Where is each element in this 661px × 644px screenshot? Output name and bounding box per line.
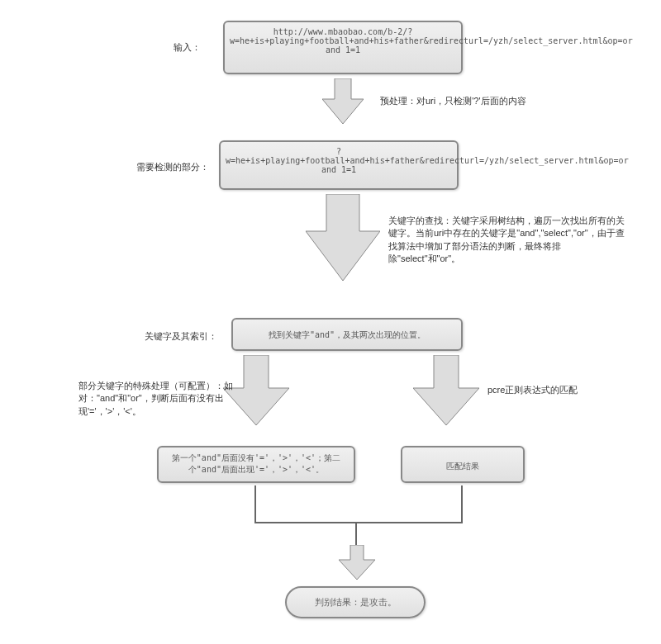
box-detect-text: ?w=he+is+playing+football+and+his+father… (226, 147, 629, 174)
connector-right-v (461, 485, 463, 523)
box-input-text: http://www.mbaobao.com/b-2/?w=he+is+play… (230, 27, 633, 54)
label-special: 部分关键字的特殊处理（可配置）：如对："and"和"or"，判断后面有没有出现'… (78, 380, 244, 418)
label-preprocess: 预处理：对uri，只检测'?'后面的内容 (380, 95, 611, 107)
label-pcre-text: pcre正则表达式的匹配 (487, 385, 578, 395)
label-input-text: 输入： (174, 42, 201, 52)
label-input: 输入： (174, 41, 201, 54)
connector-left-v (254, 485, 256, 523)
box-match-result-text: 匹配结果 (446, 462, 479, 471)
label-special-text: 部分关键字的特殊处理（可配置）：如对："and"和"or"，判断后面有没有出现'… (78, 381, 233, 416)
arrow-down-final (339, 545, 375, 582)
label-detect-text: 需要检测的部分： (136, 162, 209, 172)
connector-center-v (355, 522, 357, 547)
oval-result-text: 判别结果：是攻击。 (315, 597, 397, 607)
box-input: http://www.mbaobao.com/b-2/?w=he+is+play… (223, 21, 463, 74)
label-keyword-search-text: 关键字的查找：关键字采用树结构，遍历一次找出所有的关键字。当前uri中存在的关键… (388, 215, 625, 263)
box-special-result: 第一个"and"后面没有'='，'>'，'<'；第二个"and"后面出现'='，… (157, 446, 355, 483)
box-special-result-text: 第一个"and"后面没有'='，'>'，'<'；第二个"and"后面出现'='，… (172, 453, 340, 474)
label-keyword-index-text: 关键字及其索引： (145, 331, 217, 341)
box-keyword: 找到关键字"and"，及其两次出现的位置。 (231, 318, 463, 351)
arrow-down-1 (322, 78, 364, 128)
arrow-down-2 (306, 194, 380, 285)
label-keyword-search: 关键字的查找：关键字采用树结构，遍历一次找出所有的关键字。当前uri中存在的关键… (388, 215, 628, 266)
label-detect: 需要检测的部分： (136, 161, 211, 173)
oval-result: 判别结果：是攻击。 (285, 586, 426, 618)
box-keyword-text: 找到关键字"and"，及其两次出现的位置。 (269, 330, 426, 339)
box-match-result: 匹配结果 (401, 446, 525, 483)
arrow-down-right (413, 355, 479, 429)
box-detect: ?w=he+is+playing+football+and+his+father… (219, 140, 459, 190)
label-preprocess-text: 预处理：对uri，只检测'?'后面的内容 (380, 96, 526, 106)
label-keyword-index: 关键字及其索引： (145, 330, 219, 343)
label-pcre: pcre正则表达式的匹配 (487, 384, 620, 396)
connector-h (254, 522, 463, 523)
